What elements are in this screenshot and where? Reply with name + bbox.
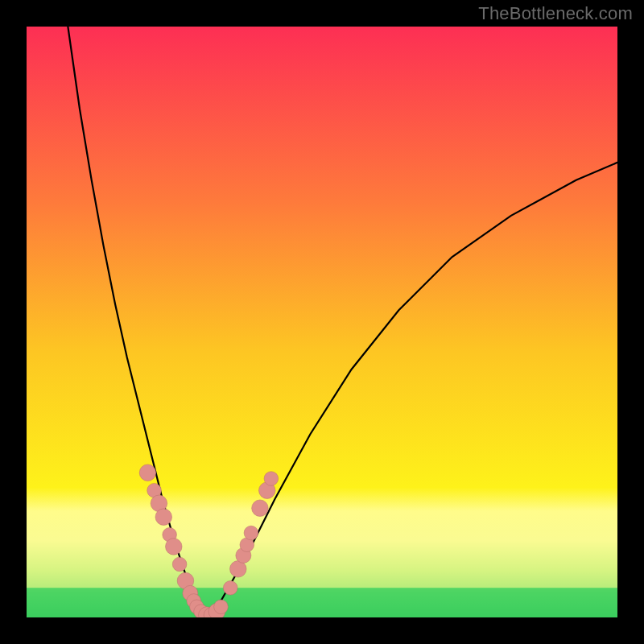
green-band bbox=[27, 588, 617, 617]
pale-band bbox=[27, 511, 617, 588]
data-marker bbox=[155, 509, 172, 526]
data-marker bbox=[139, 464, 156, 481]
data-marker bbox=[223, 580, 237, 595]
data-marker bbox=[264, 472, 279, 486]
plot-area bbox=[27, 27, 617, 617]
data-marker bbox=[172, 557, 187, 572]
data-marker bbox=[244, 526, 258, 540]
chart-root: TheBottleneck.com bbox=[0, 0, 644, 644]
data-marker bbox=[165, 539, 182, 555]
data-marker bbox=[214, 600, 229, 614]
watermark-label: TheBottleneck.com bbox=[478, 3, 633, 24]
chart-svg bbox=[27, 27, 617, 617]
data-marker bbox=[252, 500, 269, 517]
